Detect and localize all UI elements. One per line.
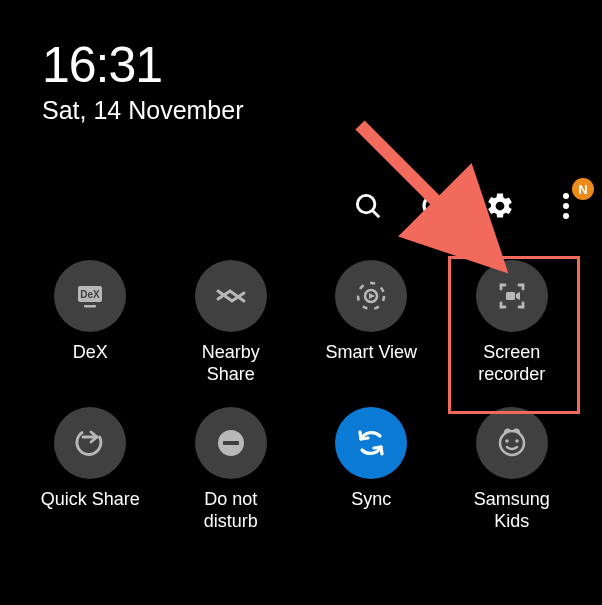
tile-label: Quick Share	[41, 489, 140, 511]
samsung-kids-icon	[476, 407, 548, 479]
tile-label: Do not disturb	[204, 489, 258, 532]
tile-smart-view[interactable]: Smart View	[301, 260, 442, 385]
svg-rect-12	[506, 292, 515, 300]
notification-badge: N	[572, 178, 594, 200]
svg-point-3	[563, 193, 569, 199]
tile-label: Nearby Share	[202, 342, 260, 385]
tile-samsung-kids[interactable]: Samsung Kids	[442, 407, 583, 532]
nearby-share-icon	[195, 260, 267, 332]
tile-quick-share[interactable]: Quick Share	[20, 407, 161, 532]
settings-icon[interactable]	[482, 188, 518, 224]
svg-point-19	[515, 439, 519, 443]
clock-time: 16:31	[42, 36, 602, 94]
svg-text:DeX: DeX	[81, 289, 101, 300]
svg-point-18	[505, 439, 509, 443]
tile-label: Smart View	[325, 342, 417, 364]
dex-icon: DeX	[54, 260, 126, 332]
svg-marker-13	[516, 292, 520, 300]
svg-rect-16	[223, 441, 239, 445]
tile-screen-recorder[interactable]: Screen recorder	[442, 260, 583, 385]
svg-line-1	[373, 211, 379, 217]
more-icon[interactable]: N	[548, 188, 584, 224]
sync-icon	[335, 407, 407, 479]
svg-point-5	[563, 213, 569, 219]
screen-recorder-icon	[476, 260, 548, 332]
svg-point-17	[500, 431, 524, 455]
tile-label: DeX	[73, 342, 108, 364]
clock-date: Sat, 14 November	[42, 96, 602, 125]
power-icon[interactable]	[416, 188, 452, 224]
smart-view-icon	[335, 260, 407, 332]
tile-sync[interactable]: Sync	[301, 407, 442, 532]
tile-dex[interactable]: DeX DeX	[20, 260, 161, 385]
svg-point-4	[563, 203, 569, 209]
tile-label: Sync	[351, 489, 391, 511]
svg-point-0	[357, 195, 375, 213]
tile-nearby-share[interactable]: Nearby Share	[161, 260, 302, 385]
svg-marker-11	[369, 293, 375, 299]
tile-do-not-disturb[interactable]: Do not disturb	[161, 407, 302, 532]
do-not-disturb-icon	[195, 407, 267, 479]
svg-rect-8	[84, 305, 96, 308]
search-icon[interactable]	[350, 188, 386, 224]
quick-share-icon	[54, 407, 126, 479]
tile-label: Samsung Kids	[474, 489, 550, 532]
tile-label: Screen recorder	[478, 342, 545, 385]
